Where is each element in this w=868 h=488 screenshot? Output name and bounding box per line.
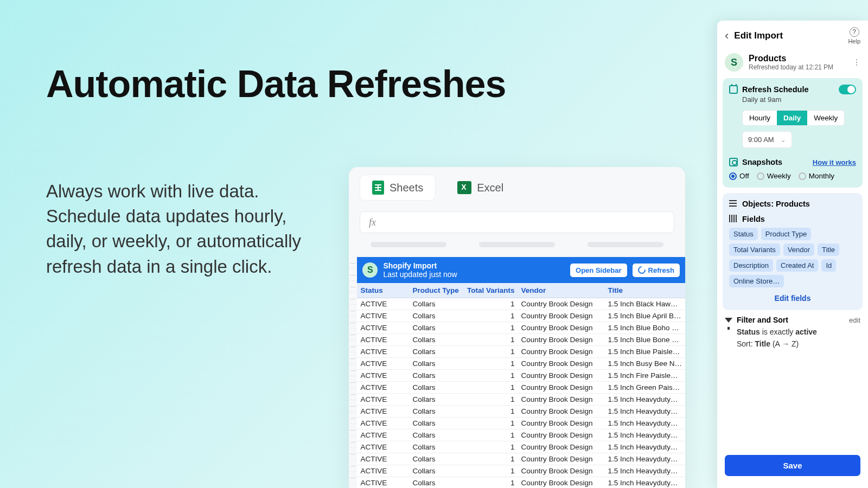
table-row[interactable]: ACTIVECollars1Country Brook Design1.5 In…	[357, 441, 685, 453]
table-row[interactable]: ACTIVECollars1Country Brook Design1.5 In…	[357, 334, 685, 346]
refresh-icon	[636, 265, 647, 275]
freq-hourly[interactable]: Hourly	[743, 111, 777, 125]
snapshot-icon	[729, 158, 738, 166]
excel-icon	[457, 181, 471, 194]
filter-icon	[725, 318, 732, 323]
refresh-toggle[interactable]	[839, 85, 856, 94]
tab-excel-label: Excel	[477, 182, 503, 194]
tab-sheets[interactable]: Sheets	[360, 175, 436, 201]
import-subtitle: Last updated just now	[383, 270, 457, 279]
import-refreshed-at: Refreshed today at 12:21 PM	[749, 63, 833, 71]
field-chip[interactable]: Id	[821, 259, 836, 272]
table-row[interactable]: ACTIVECollars1Country Brook Design1.5 In…	[357, 418, 685, 429]
refresh-summary: Daily at 9am	[729, 95, 856, 104]
objects-icon	[729, 200, 738, 208]
field-chip[interactable]: Vendor	[783, 243, 814, 256]
table-row[interactable]: ACTIVECollars1Country Brook Design1.5 In…	[357, 298, 685, 310]
field-chip[interactable]: Total Variants	[729, 243, 780, 256]
field-chip[interactable]: Created At	[776, 259, 818, 272]
page-headline: Automatic Data Refreshes	[46, 62, 506, 106]
filter-summary: Status is exactly active Sort: Title (A …	[717, 328, 868, 354]
shopify-icon: S	[362, 262, 378, 278]
page-subhead: Always work with live data. Schedule dat…	[46, 179, 317, 279]
more-menu-button[interactable]: ⋯	[852, 59, 861, 67]
spreadsheet-window: Sheets Excel fx ———————————————————— S S…	[349, 167, 685, 488]
row-gutter: ————————————————————	[349, 257, 357, 488]
table-row[interactable]: ACTIVECollars1Country Brook Design1.5 In…	[357, 406, 685, 418]
table-row[interactable]: ACTIVECollars1Country Brook Design1.5 In…	[357, 358, 685, 370]
field-chip[interactable]: Online Store…	[729, 275, 784, 287]
refresh-schedule-card: Refresh Schedule Daily at 9am Hourly Dai…	[723, 78, 863, 188]
tab-sheets-label: Sheets	[390, 182, 423, 194]
snapshot-options: OffWeeklyMonthly	[729, 166, 856, 181]
toolbar-skeleton	[349, 237, 685, 257]
tab-excel[interactable]: Excel	[445, 175, 515, 201]
panel-title: Edit Import	[734, 30, 843, 41]
how-it-works-link[interactable]: How it works	[813, 158, 856, 166]
help-icon: ?	[850, 27, 859, 37]
objects-fields-card: Objects: Products Fields StatusProduct T…	[723, 193, 863, 310]
refresh-button[interactable]: Refresh	[633, 264, 680, 277]
back-button[interactable]: ‹	[725, 30, 729, 42]
help-button[interactable]: ? Help	[848, 27, 860, 44]
formula-bar[interactable]: fx	[360, 211, 674, 233]
table-row[interactable]: ACTIVECollars1Country Brook Design1.5 In…	[357, 346, 685, 358]
table-row[interactable]: ACTIVECollars1Country Brook Design1.5 In…	[357, 465, 685, 477]
table-row[interactable]: ACTIVECollars1Country Brook Design1.5 In…	[357, 429, 685, 441]
import-title: Shopify Import	[383, 261, 457, 270]
table-row[interactable]: ACTIVECollars1Country Brook Design1.5 In…	[357, 382, 685, 394]
import-name: Products	[749, 54, 833, 63]
snapshot-radio-weekly[interactable]: Weekly	[757, 172, 791, 180]
field-chip[interactable]: Description	[729, 259, 773, 272]
import-banner: S Shopify Import Last updated just now O…	[357, 257, 685, 283]
edit-import-panel: ‹ Edit Import ? Help S Products Refreshe…	[717, 21, 868, 488]
filter-sort-title: Filter and Sort	[737, 316, 788, 324]
field-chip[interactable]: Title	[818, 243, 839, 256]
data-grid: S Shopify Import Last updated just now O…	[357, 257, 685, 488]
table-header: Status Product Type Total Variants Vendo…	[357, 283, 685, 298]
freq-daily[interactable]: Daily	[777, 111, 807, 125]
refresh-frequency-segment[interactable]: Hourly Daily Weekly	[742, 110, 845, 126]
filter-edit-button[interactable]: edit	[849, 316, 860, 324]
table-row[interactable]: ACTIVECollars1Country Brook Design1.5 In…	[357, 322, 685, 334]
freq-weekly[interactable]: Weekly	[807, 111, 844, 125]
field-chip[interactable]: Product Type	[761, 228, 811, 240]
snapshot-radio-off[interactable]: Off	[729, 172, 749, 180]
field-chip[interactable]: Status	[729, 228, 758, 240]
open-sidebar-button[interactable]: Open Sidebar	[570, 264, 627, 277]
table-row[interactable]: ACTIVECollars1Country Brook Design1.5 In…	[357, 453, 685, 465]
refresh-time-select[interactable]: 9:00 AM ⌄	[742, 131, 792, 148]
calendar-icon	[729, 85, 738, 94]
table-row[interactable]: ACTIVECollars1Country Brook Design1.5 In…	[357, 370, 685, 382]
fields-icon	[729, 215, 738, 223]
table-row[interactable]: ACTIVECollars1Country Brook Design1.5 In…	[357, 310, 685, 322]
chevron-down-icon: ⌄	[780, 136, 786, 144]
field-chips: StatusProduct TypeTotal VariantsVendorTi…	[729, 228, 856, 287]
table-row[interactable]: ACTIVECollars1Country Brook Design1.5 In…	[357, 477, 685, 488]
snapshot-radio-monthly[interactable]: Monthly	[799, 172, 834, 180]
table-row[interactable]: ACTIVECollars1Country Brook Design1.5 In…	[357, 394, 685, 406]
save-button[interactable]: Save	[725, 455, 860, 476]
edit-fields-button[interactable]: Edit fields	[729, 287, 856, 304]
sheets-icon	[372, 181, 384, 195]
source-icon: S	[725, 53, 743, 72]
